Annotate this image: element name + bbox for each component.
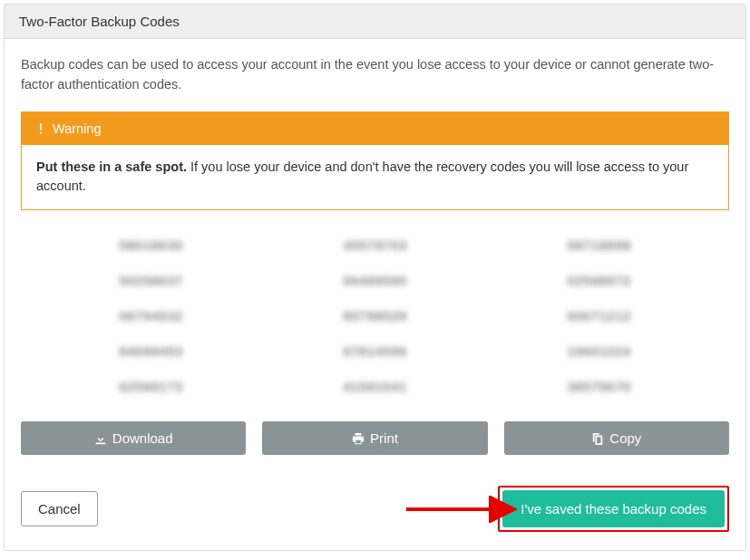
backup-code: 06794532 (57, 303, 245, 329)
copy-button[interactable]: Copy (504, 421, 729, 455)
backup-code: 40579703 (281, 232, 469, 258)
warning-strong: Put these in a safe spot. (36, 159, 187, 174)
backup-codes-panel: Two-Factor Backup Codes Backup codes can… (4, 4, 746, 551)
copy-label: Copy (609, 430, 641, 446)
backup-code: 41581541 (281, 373, 469, 400)
panel-title: Two-Factor Backup Codes (5, 5, 745, 39)
backup-code: 67814596 (281, 338, 469, 364)
copy-icon (591, 432, 604, 445)
warning-header: Warning (22, 112, 728, 145)
codes-grid: 58018630 40579703 58718898 50258637 0648… (21, 232, 729, 400)
download-icon (94, 432, 107, 445)
print-label: Print (370, 430, 398, 446)
warning-icon (34, 122, 47, 135)
arrow-icon (402, 496, 529, 523)
warning-alert: Warning Put these in a safe spot. If you… (21, 111, 729, 211)
backup-code: 50258637 (57, 267, 245, 294)
saved-codes-button[interactable]: I've saved these backup codes (502, 490, 725, 527)
backup-code: 06489590 (281, 267, 469, 294)
backup-code: 62568173 (57, 373, 245, 400)
download-label: Download (112, 430, 173, 446)
warning-heading-text: Warning (53, 121, 101, 136)
panel-body: Backup codes can be used to access your … (5, 39, 745, 550)
backup-code: 00671212 (505, 303, 693, 329)
bottom-row: Cancel I've saved these backup codes (21, 486, 729, 532)
backup-code: 58018630 (57, 232, 245, 258)
intro-text: Backup codes can be used to access your … (21, 55, 729, 95)
backup-code: 02588972 (505, 267, 693, 294)
backup-code: 84699453 (57, 338, 245, 364)
print-icon (352, 432, 365, 445)
actions-row: Download Print Copy (21, 421, 729, 455)
backup-code: 58718898 (505, 232, 693, 258)
cancel-button[interactable]: Cancel (21, 491, 98, 526)
backup-code: 19601024 (505, 338, 693, 364)
download-button[interactable]: Download (21, 421, 246, 455)
print-button[interactable]: Print (262, 421, 487, 455)
backup-code: 90798529 (281, 303, 469, 329)
warning-body: Put these in a safe spot. If you lose yo… (22, 145, 728, 210)
backup-code: 38579670 (505, 373, 693, 400)
highlight-box: I've saved these backup codes (498, 486, 729, 532)
